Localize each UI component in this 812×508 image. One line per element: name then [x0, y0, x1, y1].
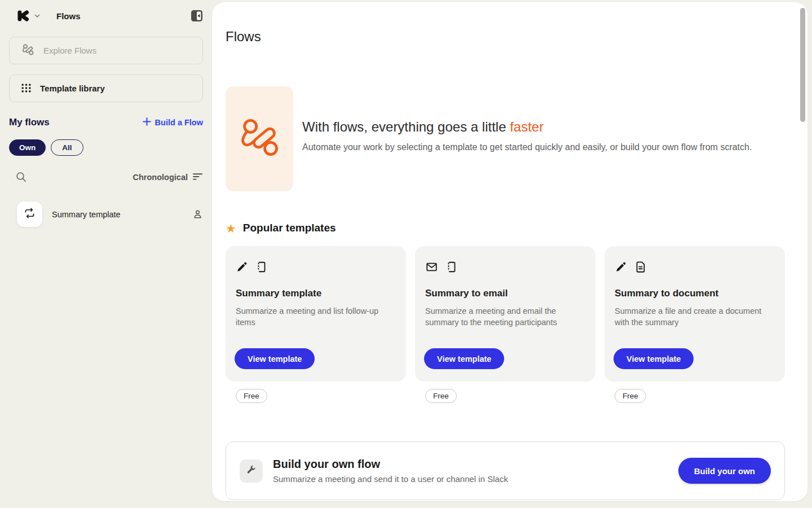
hero-text: With flows, everything goes a little fas… — [302, 86, 752, 191]
sidebar-header: Flows — [0, 0, 212, 23]
template-cards: Summary template Summarize a meeting and… — [226, 246, 785, 403]
search-button[interactable] — [15, 171, 27, 183]
mail-icon — [425, 261, 438, 275]
build-your-own-banner: Build your own flow Summarize a meeting … — [226, 441, 785, 500]
free-badge: Free — [615, 389, 646, 403]
app-logo-icon — [16, 8, 30, 23]
chevron-down-icon — [34, 12, 41, 19]
workspace-switcher[interactable] — [16, 8, 41, 23]
file-text-icon — [634, 261, 647, 275]
card-icons — [615, 261, 775, 275]
panel-collapse-icon — [191, 15, 203, 24]
hero-heading: With flows, everything goes a little fas… — [302, 119, 752, 135]
person-icon — [192, 209, 203, 220]
sort-label: Chronological — [133, 173, 188, 182]
banner-text: Build your own flow Summarize a meeting … — [273, 458, 508, 484]
flow-item-tile — [17, 202, 42, 227]
sort-lines-icon — [192, 172, 203, 182]
collapse-sidebar-button[interactable] — [191, 10, 203, 22]
sidebar: Flows Explore — [0, 0, 212, 508]
search-sort-row: Chronological — [15, 171, 203, 183]
hero-subtext: Automate your work by selecting a templa… — [302, 142, 752, 152]
card-icons — [236, 261, 396, 275]
sidebar-title: Flows — [56, 11, 81, 21]
card-body: Summary to document Summarize a file and… — [604, 246, 785, 382]
explore-flows-label: Explore Flows — [43, 46, 96, 55]
view-template-button[interactable]: View template — [424, 348, 504, 369]
card-title: Summary to document — [615, 288, 775, 299]
view-template-button[interactable]: View template — [614, 348, 694, 369]
scrollbar[interactable] — [800, 8, 805, 122]
template-card-document: Summary to document Summarize a file and… — [604, 246, 785, 403]
template-card-summary: Summary template Summarize a meeting and… — [226, 246, 406, 403]
search-icon — [15, 176, 27, 185]
card-description: Summarize a file and create a document w… — [615, 305, 775, 328]
flow-item-name: Summary template — [52, 210, 121, 219]
pencil-icon — [236, 261, 248, 275]
filter-own-button[interactable]: Own — [9, 139, 46, 156]
explore-flows-button[interactable]: Explore Flows — [9, 37, 203, 64]
hero-section: With flows, everything goes a little fas… — [226, 86, 794, 191]
template-card-email: Summary to email Summarize a meeting and… — [415, 246, 595, 403]
card-title: Summary to email — [425, 288, 585, 299]
page-title: Flows — [226, 29, 261, 45]
sort-control[interactable]: Chronological — [133, 172, 203, 182]
build-a-flow-link[interactable]: Build a Flow — [143, 117, 203, 128]
flow-glyph-orange-icon — [238, 116, 281, 161]
template-library-label: Template library — [40, 84, 105, 93]
banner-subtitle: Summarize a meeting and send it to a use… — [273, 474, 508, 484]
filter-all-button[interactable]: All — [51, 139, 83, 156]
flow-list-item[interactable]: Summary template — [17, 202, 203, 227]
star-icon: ★ — [226, 222, 236, 234]
card-title: Summary template — [236, 288, 396, 299]
plus-icon — [143, 117, 151, 128]
card-description: Summarize a meeting and list follow-up i… — [236, 305, 396, 328]
free-badge: Free — [236, 389, 267, 403]
flow-filter-toggle: Own All — [9, 139, 203, 156]
flow-glyph-icon — [21, 43, 35, 58]
popular-templates-title: Popular templates — [243, 222, 336, 234]
view-template-button[interactable]: View template — [235, 348, 315, 369]
wrench-icon — [246, 465, 257, 478]
pencil-icon — [615, 261, 627, 275]
repeat-icon — [23, 207, 36, 222]
build-your-own-button[interactable]: Build your own — [678, 458, 771, 484]
template-library-button[interactable]: Template library — [9, 75, 203, 102]
card-icons — [425, 261, 585, 275]
my-flows-title: My flows — [9, 117, 50, 128]
wrench-tile — [240, 459, 263, 483]
my-flows-header: My flows Build a Flow — [9, 117, 203, 128]
hero-heading-highlight: faster — [510, 119, 544, 134]
file-dashed-icon — [445, 261, 458, 275]
main-panel: Flows With flows, everything goes a litt… — [212, 2, 807, 501]
hero-illustration-tile — [226, 86, 293, 191]
build-a-flow-label: Build a Flow — [155, 118, 203, 127]
card-body: Summary to email Summarize a meeting and… — [415, 246, 595, 382]
grid-dots-icon — [21, 82, 32, 95]
free-badge: Free — [425, 389, 457, 403]
file-dashed-icon — [255, 261, 268, 275]
app-root: Flows Explore — [0, 0, 812, 508]
popular-templates-header: ★ Popular templates — [226, 222, 336, 234]
banner-title: Build your own flow — [273, 458, 508, 471]
card-body: Summary template Summarize a meeting and… — [226, 246, 406, 382]
card-description: Summarize a meeting and email the summar… — [425, 305, 585, 328]
